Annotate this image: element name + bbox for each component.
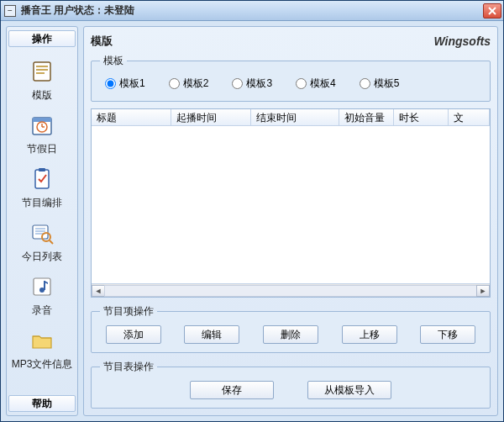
edit-button[interactable]: 编辑 <box>184 325 239 344</box>
template-radio-5[interactable]: 模板5 <box>360 76 400 91</box>
svg-rect-3 <box>36 66 48 67</box>
add-button[interactable]: 添加 <box>106 325 161 344</box>
window-body: 操作 模版 节假日 <box>1 21 503 421</box>
svg-rect-4 <box>36 69 48 71</box>
sidebar-items: 模版 节假日 节目编排 <box>8 52 76 395</box>
template-radio-1[interactable]: 模板1 <box>105 76 145 91</box>
template-radio-2[interactable]: 模板2 <box>169 76 209 91</box>
main-panel: 模版 Wingsofts 模板 模板1 模板2 模板3 模板4 模板5 标题 起… <box>83 26 498 416</box>
window-title: 播音王 用户状态：未登陆 <box>21 3 483 18</box>
horizontal-scrollbar[interactable]: ◄ ► <box>92 283 490 297</box>
radio-input[interactable] <box>105 78 116 89</box>
folder-icon <box>28 326 56 355</box>
main-title: 模版 <box>91 34 113 49</box>
music-note-icon <box>28 272 56 301</box>
delete-button[interactable]: 删除 <box>263 325 318 344</box>
sidebar-item-label: MP3文件信息 <box>12 357 73 372</box>
template-radio-4[interactable]: 模板4 <box>296 76 336 91</box>
sidebar-item-mp3info[interactable]: MP3文件信息 <box>8 326 76 372</box>
sidebar-footer-help[interactable]: 帮助 <box>8 395 76 412</box>
radio-input[interactable] <box>296 78 307 89</box>
close-icon <box>488 7 496 15</box>
sidebar-item-holiday[interactable]: 节假日 <box>8 111 76 156</box>
sidebar-item-label: 模版 <box>32 88 52 103</box>
template-select-group: 模板 模板1 模板2 模板3 模板4 模板5 <box>91 54 491 102</box>
sidebar-item-label: 今日列表 <box>22 250 62 264</box>
col-duration[interactable]: 时长 <box>394 109 449 125</box>
item-ops-group: 节目项操作 添加 编辑 删除 上移 下移 <box>91 304 491 353</box>
template-radio-row: 模板1 模板2 模板3 模板4 模板5 <box>100 75 481 92</box>
sidebar-item-todaylist[interactable]: 今日列表 <box>8 219 76 264</box>
template-icon <box>28 57 56 86</box>
table-ops-group: 节目表操作 保存 从模板导入 <box>91 360 491 409</box>
sidebar-item-label: 节目编排 <box>22 196 62 210</box>
col-title[interactable]: 标题 <box>92 109 171 125</box>
brand-label: Wingsofts <box>433 34 491 48</box>
scroll-left-icon[interactable]: ◄ <box>92 285 105 297</box>
svg-rect-12 <box>39 168 45 171</box>
move-down-button[interactable]: 下移 <box>420 325 475 344</box>
col-end[interactable]: 结束时间 <box>251 109 339 125</box>
scroll-track[interactable] <box>104 285 477 297</box>
move-up-button[interactable]: 上移 <box>342 325 397 344</box>
svg-rect-2 <box>34 62 50 81</box>
table-ops-row: 保存 从模板导入 <box>100 381 481 399</box>
list-search-icon <box>28 219 56 247</box>
radio-input[interactable] <box>360 78 370 89</box>
svg-point-20 <box>39 287 45 293</box>
sidebar-item-template[interactable]: 模版 <box>8 57 76 103</box>
close-button[interactable] <box>483 3 501 18</box>
radio-input[interactable] <box>232 78 243 89</box>
svg-rect-13 <box>33 225 48 239</box>
sidebar-item-schedule[interactable]: 节目编排 <box>8 165 76 210</box>
table-header: 标题 起播时间 结束时间 初始音量 时长 文 <box>92 109 490 126</box>
item-ops-row: 添加 编辑 删除 上移 下移 <box>100 325 481 344</box>
save-button[interactable]: 保存 <box>190 381 274 399</box>
main-header: 模版 Wingsofts <box>91 34 491 49</box>
sidebar-item-record[interactable]: 录音 <box>8 272 76 318</box>
sidebar: 操作 模版 节假日 <box>6 26 78 416</box>
titlebar: − 播音王 用户状态：未登陆 <box>1 1 503 21</box>
template-radio-3[interactable]: 模板3 <box>232 76 272 91</box>
system-menu-icon[interactable]: − <box>4 5 16 17</box>
item-ops-legend: 节目项操作 <box>100 304 157 319</box>
calendar-icon <box>28 111 56 140</box>
sidebar-header[interactable]: 操作 <box>8 30 76 47</box>
table-ops-legend: 节目表操作 <box>100 360 157 374</box>
schedule-table: 标题 起播时间 结束时间 初始音量 时长 文 ◄ ► <box>91 108 491 298</box>
col-extra[interactable]: 文 <box>449 109 490 125</box>
clipboard-check-icon <box>28 165 56 193</box>
svg-line-18 <box>50 240 53 244</box>
sidebar-item-label: 录音 <box>32 303 52 318</box>
scroll-right-icon[interactable]: ► <box>476 285 490 297</box>
app-window: − 播音王 用户状态：未登陆 操作 模版 <box>0 0 504 422</box>
col-start[interactable]: 起播时间 <box>171 109 251 125</box>
col-volume[interactable]: 初始音量 <box>339 109 394 125</box>
table-body[interactable] <box>92 126 490 283</box>
sidebar-item-label: 节假日 <box>27 142 57 156</box>
template-group-legend: 模板 <box>100 54 127 68</box>
radio-input[interactable] <box>169 78 180 89</box>
svg-rect-5 <box>36 72 45 74</box>
import-template-button[interactable]: 从模板导入 <box>307 381 391 399</box>
